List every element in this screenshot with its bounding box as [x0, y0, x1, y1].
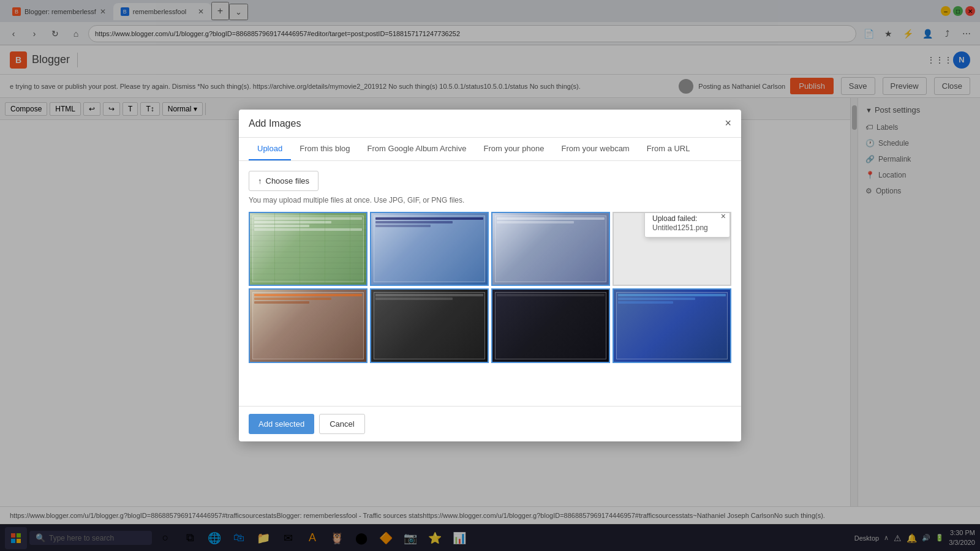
- image-thumb-8[interactable]: [612, 288, 731, 362]
- tab-from-blog[interactable]: From this blog: [291, 138, 358, 160]
- modal-footer: Add selected Cancel: [239, 406, 741, 441]
- tab-from-google[interactable]: From Google Album Archive: [359, 138, 475, 160]
- modal-close-button[interactable]: ×: [725, 117, 731, 130]
- image-grid: Upload failed: Untitled1251.png ×: [249, 212, 731, 363]
- image-thumb-7[interactable]: [491, 288, 610, 362]
- add-selected-button[interactable]: Add selected: [249, 414, 314, 434]
- upload-icon: ↑: [258, 176, 262, 186]
- modal-title: Add Images: [249, 118, 725, 129]
- tab-from-url[interactable]: From a URL: [638, 138, 699, 160]
- upload-hint: You may upload multiple files at once. U…: [249, 196, 731, 204]
- tab-from-phone[interactable]: From your phone: [475, 138, 552, 160]
- upload-failed-popup: Upload failed: Untitled1251.png ×: [644, 212, 730, 238]
- image-thumb-5[interactable]: [249, 288, 368, 362]
- image-thumb-2[interactable]: [370, 212, 489, 286]
- image-thumb-4[interactable]: Upload failed: Untitled1251.png ×: [612, 212, 731, 286]
- tab-from-webcam[interactable]: From your webcam: [552, 138, 638, 160]
- choose-files-button[interactable]: ↑ Choose files: [249, 171, 318, 191]
- modal-overlay: Add Images × Upload From this blog From …: [0, 98, 980, 506]
- image-thumb-3[interactable]: [491, 212, 610, 286]
- tab-upload[interactable]: Upload: [249, 138, 291, 160]
- add-images-modal: Add Images × Upload From this blog From …: [239, 110, 741, 441]
- modal-body: ↑ Choose files You may upload multiple f…: [239, 161, 741, 406]
- modal-tabs: Upload From this blog From Google Album …: [239, 138, 741, 161]
- image-thumb-1[interactable]: [249, 212, 368, 286]
- cancel-button[interactable]: Cancel: [319, 414, 364, 434]
- image-thumb-6[interactable]: [370, 288, 489, 362]
- popup-close-button[interactable]: ×: [721, 212, 726, 221]
